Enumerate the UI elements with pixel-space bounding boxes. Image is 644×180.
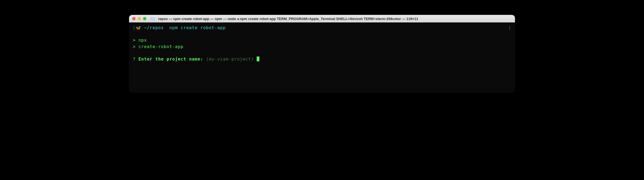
blank-line	[133, 31, 511, 37]
window-title: repos — npm create robot-app — npm — nod…	[158, 17, 512, 21]
output-prefix: >	[133, 38, 138, 43]
minimize-button[interactable]	[138, 17, 141, 20]
prompt-question-line: ? Enter the project name: (my-viam-proje…	[133, 56, 511, 62]
terminal-body[interactable]: [🦋 ~/repos npm create robot-app ] > npx …	[129, 22, 515, 93]
output-line-npx: > npx	[133, 37, 511, 43]
output-text: create-robot-app	[138, 44, 184, 49]
prompt-path: ~/repos	[141, 25, 167, 30]
prompt-line: [🦋 ~/repos npm create robot-app	[133, 25, 511, 31]
title-bar: repos — npm create robot-app — npm — nod…	[129, 15, 515, 22]
prompt-icon: 🦋	[135, 25, 141, 30]
terminal-window: repos — npm create robot-app — npm — nod…	[129, 15, 515, 93]
question-mark: ?	[133, 56, 135, 62]
blank-line	[133, 50, 511, 56]
output-prefix: >	[133, 44, 138, 49]
left-bracket: [	[133, 25, 135, 30]
question-text: Enter the project name:	[135, 56, 206, 62]
output-line-create: > create-robot-app	[133, 44, 511, 50]
traffic-lights	[132, 17, 146, 20]
maximize-button[interactable]	[143, 17, 146, 20]
close-button[interactable]	[132, 17, 135, 20]
output-text: npx	[138, 38, 147, 43]
folder-icon	[151, 17, 155, 21]
right-bracket: ]	[509, 25, 511, 31]
cursor[interactable]	[257, 56, 259, 61]
question-default: (my-viam-project)	[206, 56, 257, 62]
prompt-command: npm create robot-app	[167, 25, 226, 30]
